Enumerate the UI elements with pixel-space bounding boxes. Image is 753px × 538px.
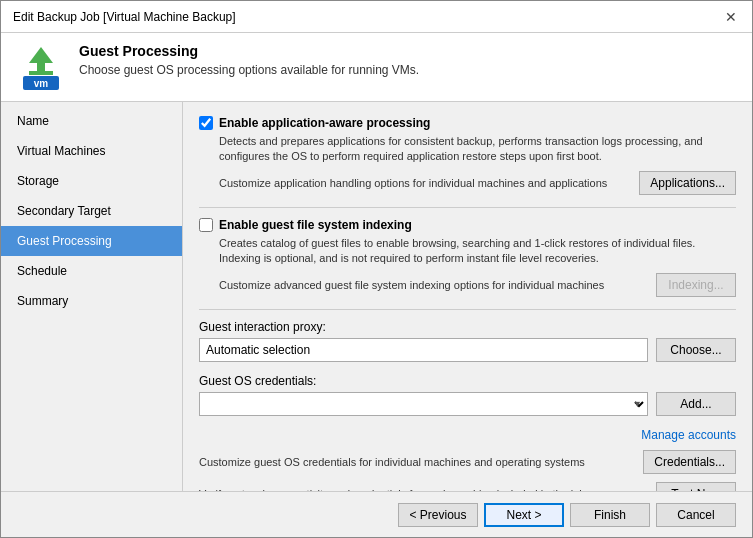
sidebar-item-summary[interactable]: Summary <box>1 286 182 316</box>
divider-1 <box>199 207 736 208</box>
credentials-row: Customize guest OS credentials for indiv… <box>199 450 736 474</box>
guest-interaction-row: Choose... <box>199 338 736 362</box>
close-button[interactable]: ✕ <box>722 8 740 26</box>
title-bar: Edit Backup Job [Virtual Machine Backup]… <box>1 1 752 33</box>
finish-button[interactable]: Finish <box>570 503 650 527</box>
dialog-title: Edit Backup Job [Virtual Machine Backup] <box>13 10 236 24</box>
divider-2 <box>199 309 736 310</box>
app-aware-section: Enable application-aware processing Dete… <box>199 116 736 195</box>
content-area: Enable application-aware processing Dete… <box>183 102 752 491</box>
sidebar-item-guest-processing[interactable]: Guest Processing <box>1 226 182 256</box>
guest-os-select[interactable] <box>199 392 648 416</box>
header-title: Guest Processing <box>79 43 419 59</box>
sidebar-item-storage[interactable]: Storage <box>1 166 182 196</box>
credentials-button[interactable]: Credentials... <box>643 450 736 474</box>
file-indexing-checkbox[interactable] <box>199 218 213 232</box>
dialog: Edit Backup Job [Virtual Machine Backup]… <box>0 0 753 538</box>
test-now-button[interactable]: Test Now <box>656 482 736 491</box>
file-indexing-customize-row: Customize advanced guest file system ind… <box>219 273 736 297</box>
guest-os-row: Add... <box>199 392 736 416</box>
sidebar: Name Virtual Machines Storage Secondary … <box>1 102 183 491</box>
guest-os-combo-wrapper <box>199 392 648 416</box>
add-button[interactable]: Add... <box>656 392 736 416</box>
app-aware-checkbox-label[interactable]: Enable application-aware processing <box>199 116 736 130</box>
svg-marker-0 <box>29 47 53 71</box>
main-content: Name Virtual Machines Storage Secondary … <box>1 102 752 491</box>
file-indexing-checkbox-label[interactable]: Enable guest file system indexing <box>199 218 736 232</box>
test-row: Verify network connectivity and credenti… <box>199 482 736 491</box>
applications-button[interactable]: Applications... <box>639 171 736 195</box>
file-indexing-customize-text: Customize advanced guest file system ind… <box>219 279 656 291</box>
indexing-button[interactable]: Indexing... <box>656 273 736 297</box>
header-icon: vm <box>17 43 65 91</box>
guest-interaction-input[interactable] <box>199 338 648 362</box>
app-aware-checkbox[interactable] <box>199 116 213 130</box>
header-description: Choose guest OS processing options avail… <box>79 63 419 77</box>
credentials-text: Customize guest OS credentials for indiv… <box>199 456 643 468</box>
guest-interaction-label: Guest interaction proxy: <box>199 320 736 334</box>
guest-os-label: Guest OS credentials: <box>199 374 736 388</box>
app-aware-description: Detects and prepares applications for co… <box>219 134 736 165</box>
guest-os-section: Guest OS credentials: Add... <box>199 374 736 416</box>
previous-button[interactable]: < Previous <box>398 503 478 527</box>
cancel-button[interactable]: Cancel <box>656 503 736 527</box>
svg-rect-1 <box>29 71 53 75</box>
sidebar-item-virtual-machines[interactable]: Virtual Machines <box>1 136 182 166</box>
choose-button[interactable]: Choose... <box>656 338 736 362</box>
file-indexing-section: Enable guest file system indexing Create… <box>199 218 736 297</box>
header-section: vm Guest Processing Choose guest OS proc… <box>1 33 752 102</box>
file-indexing-description: Creates catalog of guest files to enable… <box>219 236 736 267</box>
svg-text:vm: vm <box>34 78 49 89</box>
app-aware-customize-text: Customize application handling options f… <box>219 177 639 189</box>
sidebar-item-schedule[interactable]: Schedule <box>1 256 182 286</box>
sidebar-item-secondary-target[interactable]: Secondary Target <box>1 196 182 226</box>
app-aware-customize-row: Customize application handling options f… <box>219 171 736 195</box>
footer: < Previous Next > Finish Cancel <box>1 491 752 537</box>
guest-interaction-section: Guest interaction proxy: Choose... <box>199 320 736 362</box>
manage-accounts-link[interactable]: Manage accounts <box>199 428 736 442</box>
next-button[interactable]: Next > <box>484 503 564 527</box>
sidebar-item-name[interactable]: Name <box>1 106 182 136</box>
header-text: Guest Processing Choose guest OS process… <box>79 43 419 77</box>
